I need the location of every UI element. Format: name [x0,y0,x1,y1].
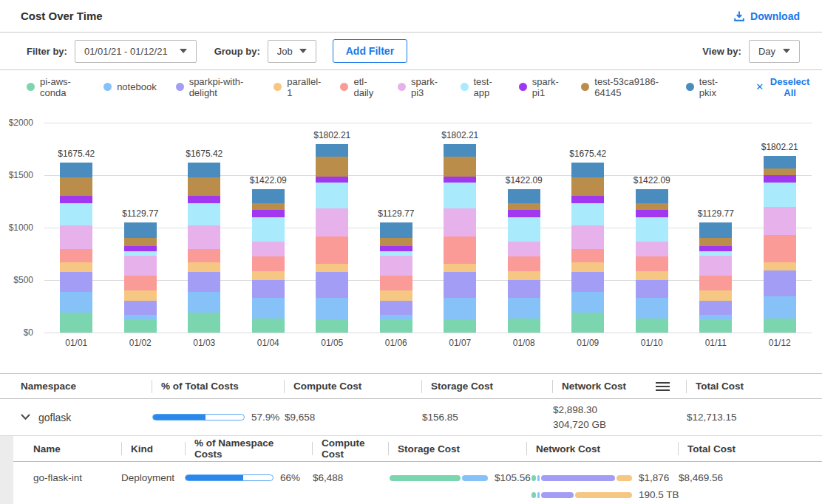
namespace-costs-progressbar [185,474,274,481]
chart-bar-segment-pi-aws-conda [636,319,668,333]
chart-bar-segment-spark-pi1 [444,177,476,183]
legend-item-test-app[interactable]: test-app [461,76,500,98]
chart-bar-segment-spark-pi1 [699,246,732,251]
bar-segment [462,475,488,481]
chart-x-axis-label: 01/11 [684,338,748,348]
chart-bar-slot: $1675.42 [44,103,109,333]
download-button[interactable]: Download [733,10,800,22]
chart-bar-segment-test-app [571,203,604,225]
chart-bar-segment-parallel-1 [444,264,476,273]
chart-y-axis-label: $2000 [0,117,33,129]
group-by-select[interactable]: Job [268,40,316,63]
legend-item-spark-pi1[interactable]: spark-pi1 [519,76,563,98]
chart-bar-segment-etl-daily [60,249,92,262]
chart-bar-segment-spark-pi1 [571,196,604,203]
chart-bar-total-label: $1802.21 [313,130,350,140]
chart-bar-segment-spark-pi1 [380,246,412,251]
chart-bar-segment-test-53ca9186-64145 [636,203,668,210]
chart-x-axis-label: 01/10 [620,338,685,348]
chart-bar-segment-test-53ca9186-64145 [124,238,157,246]
column-header-storage: Storage Cost [379,436,517,461]
chart-bar-segment-spark-pi3 [444,208,476,236]
chart-x-axis-label: 01/06 [364,338,429,348]
chart-x-axis-label: 01/01 [44,338,109,348]
legend-swatch [519,83,527,91]
workload-header-row: Name Kind % of Namespace Costs Compute C… [13,436,822,462]
chart-bar-slot: $1422.09 [237,103,301,333]
chart-bar-segment-pi-aws-conda [444,320,476,333]
chart-bar-segment-test-app [316,183,348,208]
chart-bar-segment-sparkpi-with-delight [764,270,796,296]
legend-swatch [103,83,112,91]
chart-bar-segment-test-app [252,217,285,242]
workload-table: Name Kind % of Namespace Costs Compute C… [13,436,822,504]
legend-swatch [27,83,35,91]
chart-bar-segment-test-pkix [764,156,796,168]
column-menu-icon[interactable] [656,382,670,391]
chart-bar-segment-pi-aws-conda [124,319,157,333]
chart-bar-segment-notebook [316,298,348,320]
chart-bar-total-label: $1422.09 [634,175,670,185]
legend-item-label: pi-aws-conda [40,76,84,98]
chart-bar-slot: $1129.77 [109,103,173,333]
chart-bar [188,163,220,333]
legend-item-spark-pi3[interactable]: spark-pi3 [398,76,441,98]
chart-bar-segment-test-53ca9186-64145 [699,238,732,246]
chart-bar-segment-etl-daily [699,276,732,290]
network-cost-value: $1,876 [639,472,669,483]
legend-item-label: test-pkix [699,76,726,98]
chart-bar-segment-test-pkix [252,189,285,203]
chart-bar-segment-pi-aws-conda [699,319,732,333]
column-header-namespace: Namespace [0,374,143,398]
chart-bar-segment-parallel-1 [316,264,348,273]
legend-item-pi-aws-conda[interactable]: pi-aws-conda [27,76,84,98]
chart-bar-segment-pi-aws-conda [60,313,92,333]
column-header-kind: Kind [112,436,176,461]
workload-row[interactable]: go-flask-int Deployment 66% $6,488 $105.… [13,462,822,504]
chart-bar-segment-notebook [60,292,92,313]
add-filter-button[interactable]: Add Filter [333,39,407,63]
chart-bar-total-label: $1675.42 [569,149,606,159]
date-range-select[interactable]: 01/01/21 - 01/12/21 [75,40,197,63]
chart-bar-segment-test-app [636,217,668,242]
chart-bar-segment-sparkpi-with-delight [60,272,92,292]
legend-item-sparkpi-with-delight[interactable]: sparkpi-with-delight [176,76,255,98]
deselect-all-button[interactable]: ✕ Deselect All [755,76,811,98]
chart-bar-slot: $1675.42 [172,103,237,333]
chart-bar-slot: $1129.77 [364,103,429,333]
cost-chart: $2000$1500$1000$500$0$1675.42$1129.77$16… [0,103,822,362]
legend-swatch [461,83,469,91]
chart-bar-segment-test-pkix [124,222,157,238]
network-cost-bar-row: $1,876 [531,472,669,483]
chart-bar-segment-test-app [508,217,540,242]
legend-item-label: sparkpi-with-delight [189,76,255,98]
chart-bar-segment-spark-pi1 [188,196,220,203]
namespace-row[interactable]: goflask 57.9% $9,658 $156.85 $2,898.30 3… [0,399,822,436]
chart-bar-segment-test-53ca9186-64145 [316,157,348,177]
legend-item-test-pkix[interactable]: test-pkix [686,76,726,98]
chart-bar-segment-pi-aws-conda [508,319,540,333]
legend-item-test-53ca9186-64145[interactable]: test-53ca9186-64145 [581,76,666,98]
chart-legend: pi-aws-condanotebooksparkpi-with-delight… [0,70,822,103]
workload-section: Name Kind % of Namespace Costs Compute C… [0,436,822,504]
close-icon: ✕ [755,82,764,92]
caret-down-icon [783,49,790,53]
bar-segment [537,475,540,481]
legend-item-etl-daily[interactable]: etl-daily [340,76,378,98]
expand-chevron-icon[interactable] [21,414,30,420]
chart-bar-slot: $1422.09 [492,103,557,333]
chart-bar-segment-notebook [571,292,604,313]
chart-bar-segment-test-pkix [699,222,732,238]
legend-item-parallel-1[interactable]: parallel-1 [274,76,321,98]
chart-bar-segment-test-app [444,183,476,208]
chart-bar-segment-notebook [508,298,540,318]
view-by-select[interactable]: Day [749,40,800,63]
chart-y-axis-label: $1000 [0,222,33,234]
total-costs-progressbar [152,414,245,420]
chart-bar-slot: $1422.09 [620,103,685,333]
chart-bar-segment-etl-daily [316,236,348,264]
legend-item-notebook[interactable]: notebook [103,81,157,92]
chart-bar-segment-parallel-1 [124,290,157,301]
chart-bar-segment-sparkpi-with-delight [380,301,412,315]
storage-cost-cell: $105.56 [379,472,517,483]
